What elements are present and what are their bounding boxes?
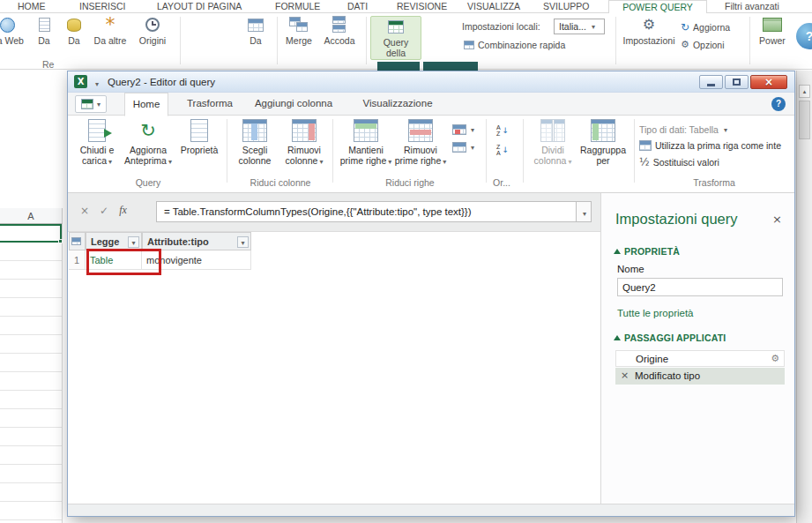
editor-tab-visualizzazione[interactable]: Visualizzazione [355,93,440,116]
delete-step-icon[interactable]: × [621,368,629,384]
attribute-tipo-filter-button[interactable] [237,236,249,248]
excel-tab-dati[interactable]: DATI [347,0,368,13]
clock-icon [145,18,160,32]
merge-icon [289,16,309,34]
excel-tab-visualizza[interactable]: VISUALIZZA [467,0,520,13]
globe-icon [0,18,15,33]
properties-section-header[interactable]: PROPRIETÀ [614,246,680,257]
recent-sources-button[interactable]: Origini [132,16,173,46]
use-first-row-as-headers-button[interactable]: Utilizza la prima riga come inte [639,140,794,151]
settings-button[interactable]: ⚙ Impostazioni [619,16,679,46]
excel-tab-formule[interactable]: FORMULE [275,0,320,13]
ribbon-separator [180,17,181,64]
excel-tab-power-query[interactable]: POWER QUERY [608,0,707,13]
editor-tab-trasforma[interactable]: Trasforma [179,93,241,116]
minimize-button[interactable] [699,75,723,89]
column-a-header[interactable]: A [0,208,63,224]
row-tools-button-bottom[interactable] [452,142,474,153]
options-button[interactable]: ⚙ Opzioni [681,39,724,50]
locale-select[interactable]: Italia... [554,19,605,34]
maximize-button[interactable] [725,75,749,89]
name-label: Nome [617,264,644,274]
refresh-icon: ↻ [681,21,689,34]
quick-access-dropdown-icon[interactable] [93,74,99,90]
sort-ascending-button[interactable]: AZ ↓ [491,123,514,138]
editor-tab-aggiungi-colonna[interactable]: Aggiungi colonna [248,93,339,116]
split-column-button[interactable]: Dividi colonna [530,119,576,168]
arrow-down-icon: ↓ [503,147,510,153]
merge-button[interactable]: Merge [280,16,317,46]
from-web-button[interactable]: Da Web [0,16,26,46]
choose-columns-button[interactable]: Scegli colonne [232,119,278,166]
scroll-up-button[interactable]: ▴ [799,85,810,98]
column-header-legge[interactable]: Legge [86,232,142,250]
column-header-attribute-tipo[interactable]: Attribute:tipo [142,232,251,250]
update-button[interactable]: ↻ Aggiorna [681,21,730,34]
editor-tab-home[interactable]: Home [124,93,168,116]
from-database-button[interactable]: Da [60,16,88,46]
power-pivot-button[interactable]: Power [753,16,792,46]
fast-combine-button[interactable]: Combinazione rapida [464,40,565,50]
replace-values-button[interactable]: ½ Sostituisci valori [639,156,794,168]
remove-columns-button[interactable]: Rimuovi colonne [279,119,329,168]
ribbon-separator [277,17,278,64]
properties-button[interactable]: Proprietà [175,119,223,155]
step-origine[interactable]: Origine ⚙ [615,350,785,367]
choose-columns-icon [242,119,267,142]
from-table-button[interactable]: Da [240,16,272,46]
step-gear-icon[interactable]: ⚙ [771,351,779,367]
group-label-trasforma: Trasforma [639,177,789,188]
sort-descending-button[interactable]: ZA ↓ [491,142,514,158]
excel-vertical-scrollbar[interactable]: ▴ [796,71,812,523]
formula-input[interactable]: = Table.TransformColumnTypes(Origine,{{"… [156,201,592,222]
table-menu-icon [71,237,81,245]
file-menu-button[interactable] [75,95,107,113]
sheet-gridlines[interactable] [0,224,63,523]
formula-expand-button[interactable] [576,201,592,222]
fill-handle[interactable] [58,239,63,243]
refresh-preview-button[interactable]: ↻ Aggiorna Anteprima [123,119,174,168]
confirm-formula-button[interactable]: ✓ [100,205,108,217]
query-name-input[interactable] [617,278,783,296]
excel-tab-layout[interactable]: LAYOUT DI PAGINA [157,0,242,13]
obscured-ribbon-fragment [377,62,420,71]
group-label-riduci-colonne: Riduci colonne [232,177,329,188]
annotation-red-box [86,249,161,275]
excel-tab-filtri-avanzati[interactable]: Filtri avanzati [725,0,779,13]
excel-tab-home[interactable]: HOME [18,0,46,13]
append-button[interactable]: Accoda [319,16,360,46]
from-other-sources-button[interactable]: * Da altre [90,16,130,46]
excel-tab-inserisci[interactable]: INSERISCI [79,0,126,13]
scrollbar-thumb[interactable] [799,101,810,139]
group-by-button[interactable]: Raggruppa per [577,119,629,166]
workbook-queries-button[interactable]: Query della [370,16,421,60]
collapse-triangle-icon [614,335,621,340]
keep-top-rows-button[interactable]: Mantieni prime righe [339,119,392,168]
excel-tab-revisione[interactable]: REVISIONE [397,0,447,13]
row-tools-button-top[interactable] [452,124,474,135]
star-icon: * [106,17,115,33]
group-label-riduci-righe: Riduci righe [339,177,480,188]
data-type-select[interactable]: Tipo di dati: Tabella [639,124,794,135]
refresh-icon: ↻ [136,119,160,142]
remove-top-rows-button[interactable]: Rimuovi prime righe [394,119,447,168]
grid-corner-cell[interactable] [69,232,86,250]
cancel-formula-button[interactable]: × [80,205,89,217]
editor-help-icon[interactable]: ? [771,97,786,111]
editor-title-bar[interactable]: X Query2 - Editor di query × [68,71,794,93]
group-by-icon [591,119,615,142]
queries-pane-icon [388,20,404,34]
all-properties-link[interactable]: Tutte le proprietà [617,308,694,318]
settings-close-icon[interactable]: × [772,213,782,226]
window-title: Query2 - Editor di query [108,77,215,87]
close-button[interactable]: × [750,75,787,89]
step-modificato-tipo[interactable]: × Modificato tipo [615,368,785,385]
close-and-load-button[interactable]: Chiudi e carica [73,119,121,168]
row-tool-icon [452,142,466,153]
legge-filter-button[interactable] [128,236,139,248]
fx-icon[interactable]: fx [119,204,127,217]
group-label-query: Query [73,177,223,188]
applied-steps-section-header[interactable]: PASSAGGI APPLICATI [614,332,726,343]
from-file-button[interactable]: Da [30,16,58,46]
excel-tab-sviluppo[interactable]: SVILUPPO [543,0,590,13]
